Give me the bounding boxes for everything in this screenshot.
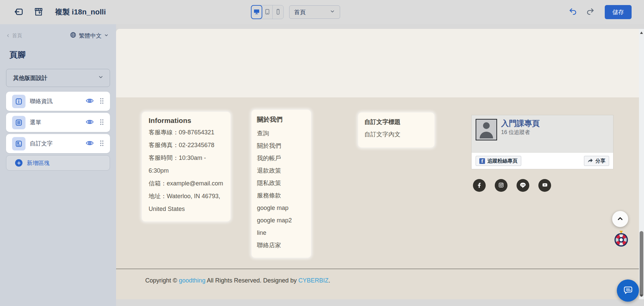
footer-menu-title: 關於我們 bbox=[257, 115, 306, 124]
footer-menu-item[interactable]: 查詢 bbox=[257, 127, 306, 140]
line-icon: LINE bbox=[519, 181, 527, 190]
svg-text:LINE: LINE bbox=[521, 184, 525, 185]
line-social-link[interactable]: LINE bbox=[517, 179, 529, 192]
scroll-to-top-button[interactable] bbox=[612, 211, 628, 227]
block-label: 聯絡資訊 bbox=[30, 97, 85, 105]
drag-handle[interactable] bbox=[98, 96, 105, 106]
block-label: 自訂文字 bbox=[30, 140, 85, 147]
custom-text-body: 自訂文字內文 bbox=[364, 130, 428, 138]
instagram-social-link[interactable] bbox=[495, 179, 507, 192]
cyberbiz-link[interactable]: CYBERBIZ bbox=[299, 277, 329, 284]
facebook-followers-count: 16 位追蹤者 bbox=[501, 129, 540, 136]
instagram-icon bbox=[498, 182, 504, 189]
language-label: 繁體中文 bbox=[79, 32, 102, 40]
redo-button[interactable] bbox=[585, 6, 595, 18]
eye-icon bbox=[86, 97, 94, 105]
eye-icon bbox=[86, 119, 94, 126]
facebook-follow-button[interactable]: f 追蹤粉絲專頁 bbox=[476, 156, 521, 166]
drag-dots-icon bbox=[99, 97, 104, 105]
copyright-bar: Copyright © goodthing All Rights Reserve… bbox=[116, 269, 639, 299]
contact-info-lines: 客服專線：09-87654321 客服傳真：02-22345678 客服時間：1… bbox=[149, 126, 224, 215]
device-mobile-button[interactable] bbox=[273, 5, 283, 19]
facebook-share-button[interactable]: 分享 bbox=[584, 156, 609, 166]
footer-menu-item[interactable]: 退款政策 bbox=[257, 165, 306, 177]
breadcrumb-back-link[interactable]: 首頁 bbox=[6, 33, 22, 39]
device-toggle-group bbox=[251, 5, 284, 19]
block-row-contact-info[interactable]: 聯絡資訊 bbox=[6, 92, 110, 111]
custom-text-icon bbox=[12, 137, 25, 150]
exit-icon bbox=[13, 7, 23, 18]
footer-menu-item[interactable]: 關於我們 bbox=[257, 140, 306, 152]
undo-button[interactable] bbox=[568, 6, 578, 18]
share-arrow-icon bbox=[588, 158, 593, 164]
footer-menu-items: 查詢 關於我們 我的帳戶 退款政策 隱私政策 服務條款 google map g… bbox=[257, 127, 306, 252]
drag-handle[interactable] bbox=[98, 139, 105, 149]
youtube-social-link[interactable] bbox=[538, 179, 551, 192]
exit-editor-button[interactable] bbox=[13, 6, 24, 18]
visibility-toggle[interactable] bbox=[85, 96, 95, 106]
breadcrumb-label: 首頁 bbox=[12, 33, 22, 39]
footer-menu-block[interactable]: 關於我們 查詢 關於我們 我的帳戶 退款政策 隱私政策 服務條款 google … bbox=[252, 110, 311, 258]
visibility-toggle[interactable] bbox=[85, 118, 95, 127]
preview-scrollbar bbox=[639, 29, 644, 299]
page-selector-dropdown[interactable]: 首頁 bbox=[289, 5, 340, 19]
menu-block-icon bbox=[12, 116, 25, 129]
facebook-share-label: 分享 bbox=[595, 158, 605, 164]
page-selector-value: 首頁 bbox=[294, 8, 306, 16]
facebook-icon bbox=[476, 182, 483, 189]
device-tablet-button[interactable] bbox=[262, 5, 273, 19]
language-selector[interactable]: 繁體中文 bbox=[70, 32, 109, 40]
block-row-custom-text[interactable]: 自訂文字 bbox=[6, 134, 110, 153]
block-row-menu[interactable]: 選單 bbox=[6, 113, 110, 132]
drag-dots-icon bbox=[99, 140, 104, 148]
chevron-down-icon bbox=[330, 9, 335, 16]
facebook-page-name-link[interactable]: 入門課專頁 bbox=[501, 119, 540, 128]
footer-menu-item[interactable]: 隱私政策 bbox=[257, 177, 306, 189]
chat-widget-button[interactable] bbox=[617, 279, 639, 302]
footer-menu-item[interactable]: 我的帳戶 bbox=[257, 152, 306, 165]
desktop-icon bbox=[253, 8, 260, 16]
store-link[interactable]: goodthing bbox=[179, 277, 205, 284]
page-body-placeholder bbox=[116, 29, 639, 97]
chevron-left-icon bbox=[6, 33, 10, 39]
scrollbar-thumb[interactable] bbox=[640, 231, 643, 297]
save-button[interactable]: 儲存 bbox=[605, 5, 632, 19]
contact-line: 地址：Waterloo, IN 46793, United States bbox=[149, 190, 224, 215]
contact-line: 信箱：example@email.com bbox=[149, 177, 224, 190]
info-icon bbox=[12, 95, 25, 108]
scrollbar-up-arrow[interactable] bbox=[639, 31, 644, 35]
prize-wheel-icon bbox=[613, 243, 629, 248]
chevron-down-icon bbox=[104, 33, 109, 39]
layout-variant-value: 其他版面設計 bbox=[13, 74, 47, 82]
scrollbar-down-arrow[interactable] bbox=[639, 294, 644, 298]
device-desktop-button[interactable] bbox=[251, 5, 262, 19]
facebook-social-link[interactable] bbox=[473, 179, 486, 192]
contact-info-title: Informations bbox=[149, 117, 224, 125]
tablet-icon bbox=[264, 8, 271, 16]
footer-menu-item[interactable]: line bbox=[257, 227, 306, 239]
globe-icon bbox=[70, 32, 76, 40]
drag-handle[interactable] bbox=[98, 118, 105, 128]
footer-menu-item[interactable]: 服務條款 bbox=[257, 189, 306, 202]
footer-custom-text-block[interactable]: 自訂文字標題 自訂文字內文 bbox=[358, 113, 434, 147]
visibility-toggle[interactable] bbox=[85, 139, 95, 148]
footer-contact-info-block[interactable]: Informations 客服專線：09-87654321 客服傳真：02-22… bbox=[142, 112, 230, 221]
add-block-button[interactable]: 新增區塊 bbox=[6, 155, 110, 171]
social-links-row: LINE bbox=[473, 179, 551, 192]
footer-menu-item[interactable]: google map2 bbox=[257, 214, 306, 227]
contact-line: 客服傳真：02-22345678 bbox=[149, 139, 224, 151]
footer-menu-item[interactable]: 聯絡店家 bbox=[257, 239, 306, 252]
contact-line: 客服時間：10:30am - 6:30pm bbox=[149, 151, 224, 177]
chat-bubble-icon bbox=[623, 285, 633, 297]
footer-menu-item[interactable]: google map bbox=[257, 202, 306, 214]
footer-panel-title: 頁腳 bbox=[9, 49, 116, 60]
store-icon bbox=[34, 7, 44, 18]
topbar: 複製 i18n_nolli bbox=[0, 0, 644, 24]
lucky-wheel-button[interactable] bbox=[613, 230, 629, 247]
preview-stage: Informations 客服專線：09-87654321 客服傳真：02-22… bbox=[116, 24, 644, 306]
copyright-text: Copyright © bbox=[145, 277, 179, 284]
plus-icon bbox=[15, 159, 22, 167]
undo-icon bbox=[569, 7, 578, 17]
layout-variant-dropdown[interactable]: 其他版面設計 bbox=[6, 69, 110, 87]
store-icon-button[interactable] bbox=[33, 6, 44, 18]
